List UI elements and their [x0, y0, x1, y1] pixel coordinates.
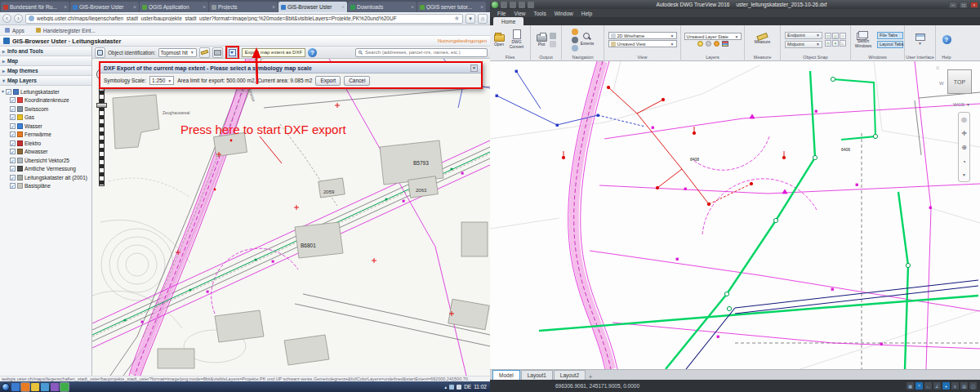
trueview-drawing[interactable]: 8408 6406 — [490, 61, 980, 369]
named-view-select[interactable]: Unsaved View▼ — [608, 40, 677, 47]
layout-tabs-toggle[interactable]: Layout Tabs — [877, 41, 903, 48]
zoom-slider[interactable] — [99, 82, 105, 186]
layer-item[interactable]: ✓Basispläne — [0, 182, 91, 191]
sidebar-header-map[interactable]: ▸Map — [0, 56, 91, 66]
orbit-icon[interactable]: ◔ — [962, 159, 966, 166]
trueview-title-bar[interactable]: Autodesk DWG TrueView 2016 uster_leitung… — [490, 0, 980, 9]
workspace-icon[interactable]: ▤ — [960, 382, 968, 390]
symbology-scale-select[interactable]: 1:250▼ — [149, 76, 174, 85]
object-identification-select[interactable]: Topmost hit▼ — [158, 48, 197, 57]
plot-button[interactable]: Plot — [537, 32, 547, 47]
browser-tab[interactable]: QGIS Application× — [140, 2, 208, 12]
sidebar-header-map-themes[interactable]: ▸Map themes — [0, 66, 91, 76]
lineweight-toggle-icon[interactable]: ≡ — [951, 382, 959, 390]
visual-style-select[interactable]: 2D Wireframe▼ — [608, 32, 677, 39]
viewcube-top-face[interactable]: TOP — [947, 69, 972, 94]
dialog-title-bar[interactable]: DXF Export of the current map extent - P… — [100, 63, 481, 74]
help-question-icon[interactable]: ? — [942, 35, 951, 44]
switch-windows-button[interactable]: Switch Windows — [852, 31, 875, 49]
zoom-slider-knob[interactable] — [96, 103, 107, 108]
pan-icon[interactable]: ✛ — [961, 131, 967, 137]
taskbar-app-icon[interactable] — [51, 383, 59, 391]
layer-on-icon[interactable] — [697, 41, 703, 47]
layer-item[interactable]: ✓Fernwärme — [0, 131, 91, 140]
home-icon[interactable]: ⌂ — [478, 14, 488, 24]
menu-file[interactable]: File — [493, 11, 510, 16]
layer-properties-icon[interactable] — [722, 41, 728, 47]
menu-tools[interactable]: Tools — [529, 11, 550, 16]
back-button[interactable]: ‹ — [2, 14, 11, 23]
menu-window[interactable]: Window — [550, 11, 577, 16]
bookmark-star-icon[interactable]: ★ — [454, 16, 460, 22]
print-button[interactable] — [212, 47, 223, 58]
menu-help[interactable]: Help — [577, 11, 596, 16]
full-navigation-wheel-icon[interactable]: ◎ — [961, 117, 967, 123]
terms-link[interactable]: Nutzungsbedingungen — [438, 38, 487, 43]
url-bar[interactable]: webgis.uster.ch/maps/liegenschaften_stad… — [25, 14, 463, 24]
viewcube-west-label[interactable]: W — [939, 81, 944, 86]
forward-button[interactable]: › — [14, 14, 23, 23]
osnap-toggle-icon[interactable]: + — [942, 382, 950, 390]
trueview-drawing-area[interactable]: 8408 6406 ⌂ TOP W WCS▼ ◎ ✛ ⊕ ◔ ▼ — [490, 61, 980, 369]
layer-checkbox[interactable]: ✓ — [10, 106, 16, 112]
tab-close-icon[interactable]: × — [203, 4, 206, 10]
snap-square-icon[interactable]: □ — [825, 33, 831, 39]
layer-checkbox[interactable]: ✓ — [6, 89, 11, 95]
help-icon[interactable]: ? — [308, 48, 317, 57]
sidebar-header-map-layers[interactable]: ▾Map Layers — [0, 76, 91, 86]
layer-item[interactable]: ✓Wasser — [0, 122, 91, 131]
layer-checkbox[interactable]: ✓ — [10, 149, 16, 154]
tab-close-icon[interactable]: × — [480, 4, 483, 10]
tab-layout1[interactable]: Layout1 — [521, 370, 553, 380]
browser-tab[interactable]: GIS-Browser Uster× — [70, 2, 139, 12]
layer-off-icon[interactable] — [706, 41, 711, 47]
snap-circle-icon[interactable]: ○ — [840, 33, 846, 39]
viewcube-wcs-menu[interactable]: WCS▼ — [953, 102, 970, 107]
pan-hand-icon[interactable] — [572, 29, 578, 35]
trueview-logo-icon[interactable] — [492, 2, 498, 8]
viewcube-home-icon[interactable]: ⌂ — [936, 65, 939, 70]
tab-close-icon[interactable]: × — [64, 4, 67, 10]
snap-cross-icon[interactable]: × — [832, 40, 839, 47]
tab-layout2[interactable]: Layout2 — [554, 370, 586, 380]
identify-tool-button[interactable] — [95, 47, 105, 58]
sidebar-header-info-tools[interactable]: ▸Info and Tools — [0, 47, 91, 56]
layer-checkbox[interactable]: ✓ — [10, 97, 16, 103]
layer-checkbox[interactable]: ✓ — [10, 183, 16, 189]
grid-toggle-icon[interactable]: ▦ — [906, 382, 914, 390]
layer-item[interactable]: ✓Gas — [0, 114, 91, 122]
tab-home[interactable]: Home — [493, 17, 523, 25]
measure-button[interactable]: Measure — [755, 34, 770, 45]
browser-tab[interactable]: Projects× — [209, 2, 278, 12]
qat-plot-icon[interactable] — [510, 2, 516, 8]
fullscreen-icon[interactable]: ▢ — [969, 382, 977, 390]
browser-tab[interactable]: Bundesamt für Ru...× — [1, 2, 69, 12]
menu-view[interactable]: View — [510, 11, 529, 16]
tray-network-icon[interactable] — [449, 385, 454, 390]
layer-checkbox[interactable]: ✓ — [10, 158, 16, 163]
tab-close-icon[interactable]: × — [341, 4, 345, 10]
ortho-toggle-icon[interactable]: ∟ — [924, 382, 932, 390]
taskbar-explorer-icon[interactable] — [31, 383, 39, 391]
measure-tool-button[interactable] — [199, 47, 210, 58]
snap-toggle-icon[interactable]: ⌗ — [915, 382, 923, 390]
taskbar-qgis-icon[interactable] — [60, 383, 69, 391]
midpoint-snap-button[interactable]: Midpoint▼ — [785, 41, 822, 48]
language-indicator[interactable]: DE — [464, 384, 471, 390]
tab-model[interactable]: Model — [492, 370, 520, 380]
endpoint-snap-button[interactable]: Endpoint▼ — [785, 32, 822, 39]
tab-close-icon[interactable]: × — [133, 4, 136, 10]
bookmark-item[interactable]: Apps — [5, 28, 24, 33]
taskbar-app-icon[interactable] — [41, 383, 49, 391]
gis-map-drawing[interactable]: B5793 B6801 2059 2063 Zeughausareal Buch… — [92, 59, 490, 376]
tab-close-icon[interactable]: × — [411, 4, 414, 10]
qat-undo-icon[interactable] — [519, 2, 525, 8]
browser-tab[interactable]: QGIS server tutor...× — [417, 2, 486, 12]
snap-diamond-icon[interactable]: ◇ — [825, 40, 831, 47]
taskbar-firefox-icon[interactable] — [21, 383, 29, 391]
layer-thaw-icon[interactable] — [714, 41, 719, 47]
close-button[interactable]: × — [970, 2, 978, 8]
zoom-icon[interactable]: ⊕ — [961, 145, 967, 151]
bookmark-item[interactable]: Handelsregister Eint... — [36, 28, 96, 33]
layer-checkbox[interactable]: ✓ — [10, 131, 16, 137]
